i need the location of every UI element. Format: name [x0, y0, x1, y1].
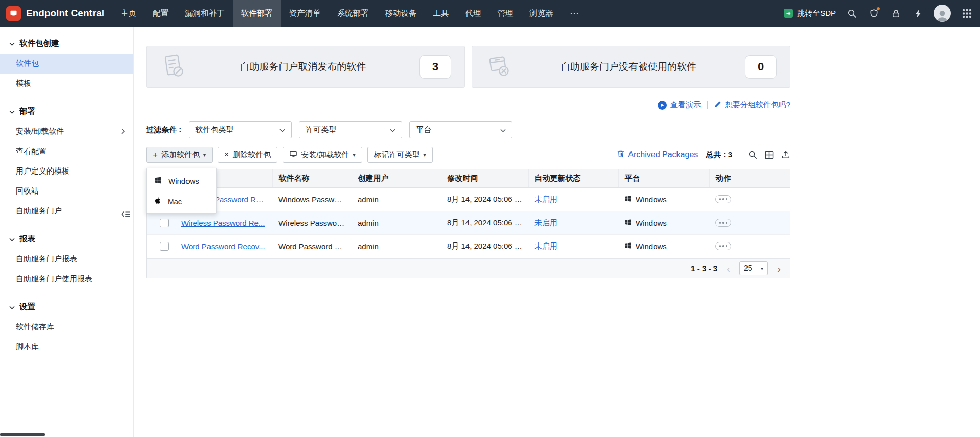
sidebar-item-label: 软件包 — [16, 59, 39, 68]
sidebar-item-templates[interactable]: 模板 — [0, 74, 133, 93]
column-view-icon[interactable] — [765, 151, 774, 159]
nav-item-browsers[interactable]: 浏览器 — [522, 0, 562, 27]
package-link[interactable]: Wireless Password Re... — [181, 218, 265, 227]
sidebar-item-software-repository[interactable]: 软件储存库 — [0, 317, 133, 337]
package-link[interactable]: Word Password Recov... — [181, 242, 265, 251]
button-label: 安装/卸载软件 — [301, 150, 349, 160]
chevron-right-icon — [121, 127, 125, 136]
sidebar-section-deployment[interactable]: 部署 — [0, 102, 133, 122]
sidebar-item-ssp-reports[interactable]: 自助服务门户报表 — [0, 249, 133, 269]
total-count-label: 总共 : 3 — [706, 150, 732, 160]
auto-update-status-link[interactable]: 未启用 — [534, 241, 557, 250]
unpublished-software-card[interactable]: 自助服务门户取消发布的软件 3 — [146, 46, 465, 88]
package-type-select[interactable]: 软件包类型 — [189, 121, 292, 138]
sidebar-item-label: 软件储存库 — [16, 322, 54, 332]
nav-item-os-deployment[interactable]: 系统部署 — [329, 0, 377, 27]
sidebar-item-packages[interactable]: 软件包 — [0, 54, 133, 74]
sidebar-item-script-repository[interactable]: 脚本库 — [0, 337, 133, 357]
row-actions-button[interactable] — [715, 218, 731, 227]
header-actions: 动作 — [709, 169, 790, 187]
apple-logo-icon — [154, 196, 162, 206]
archived-packages-link[interactable]: Archived Packages — [617, 150, 698, 160]
windows-logo-icon — [154, 176, 162, 186]
header-auto-update-status: 自动更新状态 — [528, 169, 618, 187]
mark-license-type-button[interactable]: 标记许可类型 ▾ — [367, 147, 433, 163]
community-icon[interactable] — [868, 7, 880, 19]
sidebar-item-label: 自助服务门户报表 — [16, 254, 77, 264]
row-actions-button[interactable] — [715, 195, 731, 203]
sidebar-item-recycle-bin[interactable]: 回收站 — [0, 181, 133, 201]
sidebar-item-label: 脚本库 — [16, 342, 39, 352]
group-packages-link[interactable]: 想要分组软件包吗? — [714, 100, 790, 110]
sidebar-item-install-uninstall-software[interactable]: 安装/卸载软件 — [0, 122, 133, 141]
horizontal-scrollbar-thumb[interactable] — [0, 433, 45, 436]
apps-grid-icon[interactable] — [961, 7, 973, 19]
plus-icon: + — [153, 151, 158, 159]
nav-more-menu[interactable]: ⋯ — [562, 0, 588, 27]
nav-item-configurations[interactable]: 配置 — [145, 0, 177, 27]
page-range-label: 1 - 3 - 3 — [691, 264, 717, 273]
button-label: 添加软件包 — [161, 150, 200, 160]
creator-cell: admin — [352, 234, 441, 258]
card-count: 0 — [745, 55, 777, 79]
nav-item-mobile-devices[interactable]: 移动设备 — [377, 0, 425, 27]
user-avatar[interactable] — [934, 5, 951, 22]
view-demo-link[interactable]: ▶ 查看演示 — [658, 100, 701, 110]
row-checkbox[interactable] — [160, 242, 169, 251]
license-lock-icon[interactable] — [890, 7, 902, 19]
table-search-icon[interactable] — [748, 150, 757, 159]
nav-item-tools[interactable]: 工具 — [425, 0, 457, 27]
sidebar-section-package-creation[interactable]: 软件包创建 — [0, 34, 133, 54]
platform-select[interactable]: 平台 — [409, 121, 512, 138]
header-software-name: 软件名称 — [272, 169, 352, 187]
software-name-cell: Windows Password Re... — [272, 187, 352, 211]
chevron-down-icon — [9, 303, 15, 312]
nav-item-home[interactable]: 主页 — [112, 0, 145, 27]
quick-actions-icon[interactable] — [912, 7, 924, 19]
brand[interactable]: Endpoint Central — [6, 6, 104, 21]
sidebar-item-view-configurations[interactable]: 查看配置 — [0, 141, 133, 161]
sidebar: 软件包创建 软件包 模板 部署 安装/卸载软件 查看配置 用户定义的模板 回收站… — [0, 27, 134, 437]
menu-item-mac[interactable]: Mac — [147, 191, 216, 211]
table-header-row: 软件名称 创建用户 修改时间 自动更新状态 平台 动作 — [147, 169, 790, 187]
platform-label: Windows — [636, 242, 667, 251]
jump-to-sdp-link[interactable]: 跳转至SDP — [784, 9, 836, 18]
row-checkbox[interactable] — [160, 218, 169, 227]
search-icon[interactable] — [846, 7, 858, 19]
sidebar-item-ssp-usage-reports[interactable]: 自助服务门户使用报表 — [0, 269, 133, 289]
sidebar-item-user-defined-templates[interactable]: 用户定义的模板 — [0, 161, 133, 181]
nav-item-admin[interactable]: 管理 — [489, 0, 522, 27]
add-package-button[interactable]: + 添加软件包 ▾ — [146, 147, 213, 163]
nav-item-inventory[interactable]: 资产清单 — [281, 0, 329, 27]
sidebar-item-label: 安装/卸载软件 — [16, 127, 64, 136]
install-uninstall-button[interactable]: 安装/卸载软件 ▾ — [283, 147, 362, 163]
auto-update-status-link[interactable]: 未启用 — [534, 218, 557, 227]
caret-down-icon: ▾ — [424, 152, 426, 158]
nav-item-threats-patches[interactable]: 漏洞和补丁 — [177, 0, 233, 27]
header-creator: 创建用户 — [352, 169, 441, 187]
next-page-button[interactable]: › — [776, 263, 782, 274]
sdp-label: 跳转至SDP — [797, 9, 836, 18]
license-type-select[interactable]: 许可类型 — [299, 121, 402, 138]
prev-page-button: ‹ — [726, 263, 731, 274]
software-name-cell: Wireless Password Re... — [272, 211, 352, 234]
unused-software-card[interactable]: 自助服务门户没有被使用的软件 0 — [472, 46, 790, 88]
sidebar-section-reports[interactable]: 报表 — [0, 229, 133, 249]
auto-update-status-link[interactable]: 未启用 — [534, 195, 557, 203]
filter-label: 过滤条件 : — [146, 125, 181, 135]
chevron-down-icon — [500, 126, 506, 134]
menu-item-windows[interactable]: Windows — [147, 171, 216, 191]
sidebar-collapse-button[interactable] — [119, 208, 133, 223]
windows-logo-icon — [624, 218, 632, 227]
sidebar-item-self-service-portal[interactable]: 自助服务门户 — [0, 201, 133, 221]
main-navigation: 主页 配置 漏洞和补丁 软件部署 资产清单 系统部署 移动设备 工具 代理 管理… — [112, 0, 588, 27]
sidebar-item-label: 查看配置 — [16, 147, 46, 156]
summary-cards: 自助服务门户取消发布的软件 3 自助服务门户没有被使用的软件 0 — [146, 46, 790, 88]
page-size-select[interactable]: 25 ▾ — [739, 261, 768, 275]
delete-package-button[interactable]: × 删除软件包 — [218, 147, 277, 163]
nav-item-agent[interactable]: 代理 — [457, 0, 489, 27]
nav-item-software-deployment[interactable]: 软件部署 — [233, 0, 281, 27]
sidebar-section-settings[interactable]: 设置 — [0, 297, 133, 317]
row-actions-button[interactable] — [715, 242, 731, 250]
export-icon[interactable] — [781, 150, 790, 159]
